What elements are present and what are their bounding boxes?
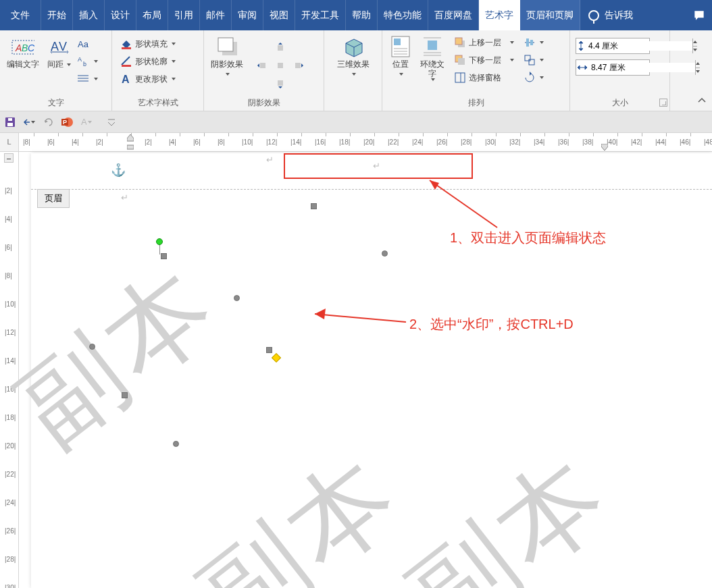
menu-help[interactable]: 帮助 — [346, 0, 378, 30]
tell-me[interactable]: 告诉我 — [580, 0, 641, 30]
menu-features[interactable]: 特色功能 — [378, 0, 428, 30]
menu-header-footer[interactable]: 页眉和页脚 — [520, 0, 580, 30]
save-button[interactable] — [4, 116, 16, 128]
menu-mailings[interactable]: 邮件 — [200, 0, 232, 30]
width-up[interactable] — [696, 60, 700, 68]
comments-button[interactable] — [686, 0, 712, 30]
annotation-text-1: 1、双击进入页面编辑状态 — [450, 229, 606, 247]
collapse-margin-button[interactable]: – — [4, 153, 14, 163]
font-toggle-icon: Aa — [78, 38, 90, 50]
menu-review[interactable]: 审阅 — [232, 0, 263, 30]
menu-design[interactable]: 设计 — [105, 0, 136, 30]
three-d-icon — [342, 35, 365, 58]
anchor-icon: ⚓ — [111, 163, 126, 178]
height-down[interactable] — [693, 47, 697, 54]
font-color-button[interactable]: A — [80, 116, 92, 128]
undo-button[interactable] — [23, 116, 35, 128]
svg-text:C: C — [28, 43, 34, 53]
bring-fwd-icon — [454, 36, 466, 49]
nudge-down-button[interactable] — [272, 76, 289, 93]
nudge-right-button[interactable] — [290, 57, 308, 74]
resize-handle[interactable] — [311, 203, 317, 209]
ruler-corner: L — [0, 133, 19, 152]
menu-layout[interactable]: 布局 — [136, 0, 168, 30]
send-backward-button[interactable]: 下移一层 — [451, 51, 517, 69]
rotate-handle[interactable] — [156, 238, 163, 245]
height-value[interactable] — [586, 41, 692, 51]
menu-devtools[interactable]: 开发工具 — [295, 0, 346, 30]
spacing-icon: AV — [49, 37, 70, 56]
svg-text:A: A — [15, 43, 22, 53]
selection-pane-button[interactable]: 选择窗格 — [451, 69, 517, 86]
width-value[interactable] — [588, 63, 695, 72]
powerpoint-button[interactable]: P — [61, 116, 73, 128]
group-arrange-label: 排列 — [382, 96, 569, 111]
svg-rect-39 — [530, 40, 533, 45]
three-d-button[interactable]: 三维效果 — [333, 34, 374, 80]
svg-rect-12 — [122, 47, 131, 49]
redo-button[interactable] — [42, 116, 54, 128]
font-height-button[interactable]: Aa — [75, 35, 101, 53]
width-input[interactable] — [576, 59, 650, 76]
menu-file[interactable]: 文件 — [0, 0, 41, 30]
group-wordart-label: 艺术字样式 — [112, 96, 203, 111]
vertical-text-button[interactable]: Ab — [75, 53, 101, 70]
svg-text:V: V — [59, 40, 67, 53]
resize-handle[interactable] — [173, 441, 179, 447]
nudge-left-button[interactable] — [253, 57, 270, 74]
vertical-ruler[interactable]: |2||4||6||8||10||12||14||16||18||20||22|… — [0, 152, 19, 588]
svg-text:P: P — [63, 119, 67, 126]
resize-handle[interactable] — [382, 250, 388, 257]
wrap-text-button[interactable]: 环绕文 字 — [416, 34, 449, 82]
position-button[interactable]: 位置 — [385, 34, 416, 80]
shape-fill-button[interactable]: 形状填充 — [118, 35, 178, 53]
shadow-effect-button[interactable]: 阴影效果 — [207, 34, 247, 80]
resize-handle[interactable] — [234, 295, 240, 301]
horizontal-ruler[interactable]: |8||6||4||2||2||4||6||8||10||12||14||16|… — [19, 133, 712, 152]
svg-line-51 — [430, 180, 497, 228]
height-up[interactable] — [693, 38, 697, 47]
svg-rect-43 — [7, 123, 13, 126]
height-input[interactable] — [576, 38, 650, 54]
menu-wordart[interactable]: 艺术字 — [479, 0, 520, 30]
resize-handle[interactable] — [122, 392, 128, 398]
group-text-label: 文字 — [0, 96, 111, 111]
nudge-center-button[interactable] — [272, 57, 289, 74]
svg-rect-13 — [122, 65, 131, 67]
collapse-ribbon-button[interactable] — [697, 96, 707, 108]
menu-view[interactable]: 视图 — [263, 0, 295, 30]
edit-text-icon: ABC — [11, 36, 34, 57]
bring-forward-button[interactable]: 上移一层 — [451, 34, 517, 51]
align-obj-icon — [524, 36, 536, 49]
menu-home[interactable]: 开始 — [41, 0, 73, 30]
resize-handle[interactable] — [89, 344, 95, 350]
resize-handle[interactable] — [161, 253, 167, 259]
rotate-icon — [524, 72, 536, 84]
width-down[interactable] — [696, 68, 700, 76]
watermark-text[interactable]: 副本 — [0, 236, 246, 477]
vertical-text-icon: Ab — [78, 55, 90, 68]
svg-rect-32 — [455, 38, 462, 45]
spacing-button[interactable]: AV 间距 — [43, 34, 75, 70]
resize-handle[interactable] — [266, 347, 272, 353]
group-size-label: 大小 — [570, 96, 669, 111]
height-icon — [576, 40, 586, 52]
group-objects-button[interactable] — [521, 51, 546, 69]
rotate-objects-button[interactable] — [521, 69, 546, 86]
svg-rect-27 — [428, 41, 437, 50]
menu-baidu[interactable]: 百度网盘 — [428, 0, 479, 30]
align-button[interactable] — [75, 70, 101, 88]
edit-text-button[interactable]: ABC 编辑文字 — [3, 34, 43, 70]
menu-insert[interactable]: 插入 — [73, 0, 105, 30]
align-objects-button[interactable] — [521, 34, 546, 51]
adjust-handle[interactable] — [272, 353, 281, 363]
menu-references[interactable]: 引用 — [168, 0, 200, 30]
outline-icon — [120, 55, 132, 68]
shape-outline-button[interactable]: 形状轮廓 — [118, 53, 178, 70]
document-page[interactable]: ⚓ ↵ ↵ ↵ 页眉 副本 副本 副本 1、双击进入页面编辑状态 2、选中“水印… — [31, 153, 712, 588]
qat-customize[interactable] — [105, 116, 118, 128]
send-back-icon — [454, 54, 466, 66]
change-shape-button[interactable]: A更改形状 — [118, 70, 178, 88]
nudge-up-button[interactable] — [272, 38, 289, 55]
size-launcher[interactable] — [659, 99, 667, 107]
